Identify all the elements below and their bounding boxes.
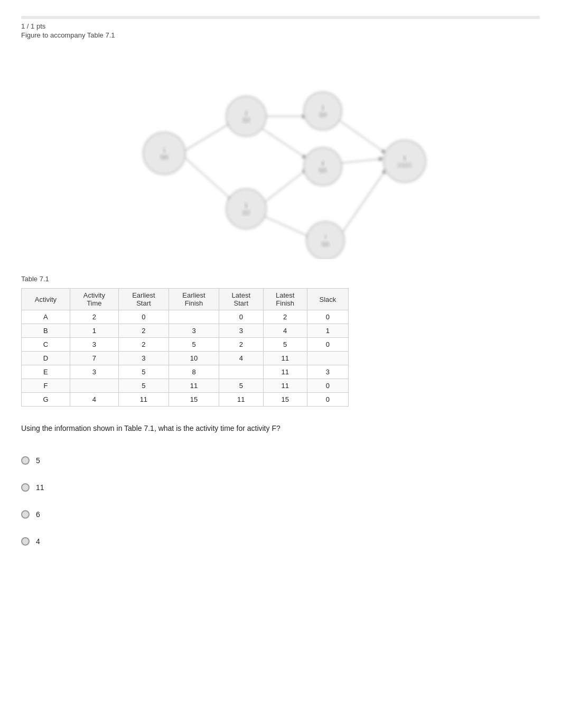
- answer-choice[interactable]: 6: [21, 509, 540, 520]
- table-cell: 0: [118, 310, 169, 324]
- answers-container: 51164: [21, 455, 540, 547]
- table-cell: 5: [263, 338, 307, 352]
- table-cell: D: [22, 352, 70, 365]
- table-cell: 3: [307, 365, 348, 379]
- table-cell: A: [22, 310, 70, 324]
- question-text: Using the information shown in Table 7.1…: [21, 422, 540, 434]
- table-cell: E: [22, 365, 70, 379]
- table-cell: 0: [307, 338, 348, 352]
- table-cell: 7: [70, 352, 118, 365]
- table-cell: 3: [70, 365, 118, 379]
- col-header-latest-finish: LatestFinish: [263, 289, 307, 310]
- network-diagram: 1 0|0 2 2|2 3 3|4 4 5|5 5 2|2 6 11|11 7 …: [111, 48, 450, 259]
- col-header-latest-start: LatestStart: [219, 289, 263, 310]
- answer-value: 4: [36, 536, 40, 547]
- radio-button[interactable]: [21, 510, 30, 519]
- table-cell: 3: [219, 324, 263, 338]
- answer-choice[interactable]: 11: [21, 482, 540, 493]
- table-cell: 5: [118, 379, 169, 393]
- radio-button[interactable]: [21, 483, 30, 492]
- svg-text:1: 1: [163, 147, 166, 153]
- table-cell: 2: [118, 324, 169, 338]
- svg-text:6: 6: [403, 155, 406, 161]
- table-cell: 15: [169, 393, 219, 407]
- svg-text:4: 4: [321, 160, 324, 167]
- svg-text:5: 5: [245, 202, 248, 209]
- svg-text:3|4: 3|4: [319, 112, 326, 118]
- table-cell: [169, 310, 219, 324]
- answer-choice[interactable]: 4: [21, 536, 540, 547]
- table-cell: 1: [70, 324, 118, 338]
- table-row: C325250: [22, 338, 349, 352]
- table-cell: 0: [307, 393, 348, 407]
- table-row: A20020: [22, 310, 349, 324]
- table-cell: 11: [169, 379, 219, 393]
- table-row: D7310411: [22, 352, 349, 365]
- table-cell: 4: [70, 393, 118, 407]
- table-cell: 11: [263, 352, 307, 365]
- table-cell: B: [22, 324, 70, 338]
- table-cell: 5: [169, 338, 219, 352]
- col-header-earliest-finish: EarliestFinish: [169, 289, 219, 310]
- svg-text:3: 3: [321, 105, 324, 111]
- data-table: Activity ActivityTime EarliestStart Earl…: [21, 288, 349, 407]
- table-cell: [219, 365, 263, 379]
- svg-text:5|5: 5|5: [319, 167, 326, 173]
- table-cell: 11: [263, 379, 307, 393]
- svg-text:0|0: 0|0: [160, 154, 168, 160]
- svg-text:11|11: 11|11: [397, 162, 412, 168]
- radio-button[interactable]: [21, 456, 30, 465]
- table-cell: 8: [169, 365, 219, 379]
- table-cell: 4: [219, 352, 263, 365]
- table-row: G4111511150: [22, 393, 349, 407]
- table-cell: 1: [307, 324, 348, 338]
- svg-line-9: [339, 169, 386, 238]
- table-cell: 15: [263, 393, 307, 407]
- svg-text:7: 7: [324, 234, 327, 241]
- table-cell: 2: [263, 310, 307, 324]
- score-bar: [21, 16, 540, 19]
- table-cell: 2: [118, 338, 169, 352]
- table-label: Table 7.1: [21, 275, 540, 283]
- table-row: B123341: [22, 324, 349, 338]
- table-cell: 3: [118, 352, 169, 365]
- svg-text:2|2: 2|2: [242, 209, 250, 216]
- table-cell: 2: [70, 310, 118, 324]
- table-cell: C: [22, 338, 70, 352]
- col-header-slack: Slack: [307, 289, 348, 310]
- table-cell: 5: [118, 365, 169, 379]
- table-cell: 10: [169, 352, 219, 365]
- table-cell: 3: [169, 324, 219, 338]
- answer-choice[interactable]: 5: [21, 455, 540, 466]
- table-cell: 3: [70, 338, 118, 352]
- answer-value: 6: [36, 509, 40, 520]
- svg-text:2|2: 2|2: [242, 117, 250, 123]
- radio-button[interactable]: [21, 537, 30, 546]
- table-cell: [307, 352, 348, 365]
- figure-label: Figure to accompany Table 7.1: [21, 31, 540, 39]
- svg-line-5: [333, 116, 386, 153]
- svg-line-4: [259, 127, 307, 159]
- table-cell: F: [22, 379, 70, 393]
- svg-text:2: 2: [245, 110, 248, 116]
- table-cell: 0: [219, 310, 263, 324]
- svg-line-1: [180, 122, 233, 153]
- col-header-activity-time: ActivityTime: [70, 289, 118, 310]
- table-cell: 11: [118, 393, 169, 407]
- svg-line-7: [259, 169, 307, 206]
- table-cell: 11: [263, 365, 307, 379]
- svg-line-8: [259, 214, 312, 238]
- col-header-earliest-start: EarliestStart: [118, 289, 169, 310]
- table-cell: G: [22, 393, 70, 407]
- svg-line-2: [180, 153, 233, 201]
- table-cell: 0: [307, 310, 348, 324]
- svg-text:5|5: 5|5: [321, 241, 329, 247]
- table-row: F5115110: [22, 379, 349, 393]
- col-header-activity: Activity: [22, 289, 70, 310]
- table-cell: 5: [219, 379, 263, 393]
- table-cell: 11: [219, 393, 263, 407]
- table-cell: [70, 379, 118, 393]
- table-row: E358113: [22, 365, 349, 379]
- table-cell: 2: [219, 338, 263, 352]
- answer-value: 11: [36, 482, 44, 493]
